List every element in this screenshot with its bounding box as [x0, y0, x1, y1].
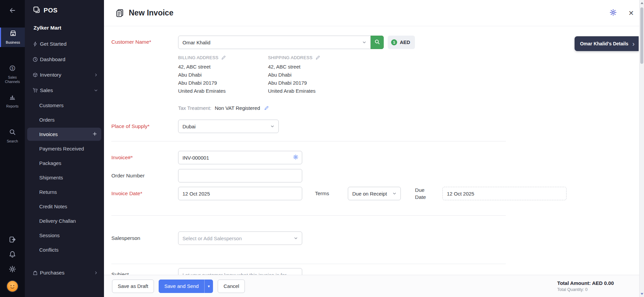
sidebar-item-credit-notes[interactable]: Credit Notes — [25, 199, 104, 214]
session-exit-icon[interactable] — [9, 236, 16, 243]
salesperson-select[interactable]: Select or Add Salesperson — [178, 231, 302, 245]
sidebar-item-label: Dashboard — [40, 56, 98, 62]
sidebar-item-sessions[interactable]: Sessions — [25, 228, 104, 243]
scroll-down-arrow-icon[interactable] — [641, 293, 643, 295]
customer-name-label: Customer Name* — [111, 36, 178, 45]
sidebar-item-label: Purchases — [40, 270, 94, 276]
sidebar-item-orders[interactable]: Orders — [25, 113, 104, 127]
rail-item-sales-channels[interactable]: $ Sales Channels — [0, 64, 25, 85]
section-divider — [111, 141, 506, 141]
sidebar-item-label: Credit Notes — [39, 204, 67, 209]
add-invoice-button[interactable] — [92, 131, 97, 137]
invoice-settings-gear-button[interactable] — [609, 9, 617, 17]
order-number-input[interactable] — [178, 169, 302, 182]
sidebar-item-sales[interactable]: Sales — [25, 83, 104, 98]
subject-input[interactable] — [178, 268, 302, 275]
address-line: United Arab Emirates — [178, 87, 268, 95]
invoice-doc-icon — [115, 9, 124, 17]
invoices-active-pill[interactable]: Invoices — [27, 128, 101, 141]
save-and-send-button[interactable]: Save and Send — [159, 280, 205, 293]
search-icon — [374, 39, 380, 46]
app-root: Business $ Sales Channels Reports Search — [0, 0, 644, 297]
tax-treatment-label: Tax Treatment: — [178, 105, 211, 111]
edit-shipping-address-icon[interactable] — [315, 55, 320, 60]
sidebar-item-get-started[interactable]: Get Started — [25, 36, 104, 52]
rail-item-reports[interactable]: Reports — [0, 91, 25, 111]
invoice-number-wrap — [178, 151, 302, 164]
sidebar-item-label: Invoices — [39, 131, 92, 137]
sidebar-item-conflicts[interactable]: Conflicts — [25, 243, 104, 257]
rail-item-label: Search — [7, 139, 18, 143]
sidebar-item-dashboard[interactable]: Dashboard — [25, 52, 104, 67]
salesperson-placeholder: Select or Add Salesperson — [182, 236, 242, 241]
place-of-supply-row: Place of Supply* Dubai — [111, 120, 644, 133]
customer-select[interactable]: Omar Khalid — [178, 36, 371, 49]
reports-icon — [9, 94, 16, 102]
sidebar-item-delivery-challan[interactable]: Delivery Challan — [25, 214, 104, 228]
rail-item-label: Sales Channels — [2, 75, 23, 84]
customer-search-button[interactable] — [370, 36, 384, 49]
close-icon: ✕ — [628, 9, 634, 17]
sidebar-item-label: Shipments — [39, 175, 63, 180]
save-and-send-dropdown-button[interactable]: ▾ — [204, 280, 213, 293]
settings-gear-icon[interactable] — [9, 265, 16, 273]
terms-value: Due on Receipt — [352, 191, 387, 197]
edit-tax-treatment-icon[interactable] — [264, 106, 269, 111]
customer-details-tab[interactable]: Omar Khalid's Details › — [575, 36, 639, 51]
sidebar-item-inventory[interactable]: Inventory — [25, 67, 104, 83]
sidebar-item-label: Customers — [39, 102, 64, 108]
gear-icon — [293, 154, 299, 161]
sidebar-item-label: Get Started — [40, 41, 98, 47]
due-date-input[interactable] — [442, 187, 567, 200]
customer-row: Customer Name* Omar Khalid $ — [111, 36, 644, 49]
invoice-date-label: Invoice Date* — [111, 190, 178, 197]
address-line: Abu Dhabi 20179 — [178, 79, 268, 87]
edit-billing-address-icon[interactable] — [221, 55, 226, 60]
save-as-draft-button[interactable]: Save as Draft — [112, 280, 154, 293]
invoice-number-label: Invoice#* — [111, 155, 178, 161]
place-of-supply-select[interactable]: Dubai — [178, 120, 279, 133]
cancel-button[interactable]: Cancel — [218, 280, 245, 293]
currency-badge[interactable]: $ AED — [388, 36, 415, 49]
salesperson-label: Salesperson — [111, 235, 178, 241]
gear-icon — [609, 9, 617, 17]
invoice-number-input[interactable] — [178, 151, 302, 164]
sidebar-item-shipments[interactable]: Shipments — [25, 170, 104, 185]
sidebar-item-returns[interactable]: Returns — [25, 185, 104, 199]
user-avatar[interactable] — [6, 280, 18, 292]
rail-item-business[interactable]: Business — [0, 28, 25, 47]
sidebar-item-label: Payments Received — [39, 146, 84, 152]
collapse-sidebar-button[interactable] — [6, 5, 19, 17]
customer-details-label: Omar Khalid's Details — [580, 41, 628, 46]
svg-text:$: $ — [11, 67, 13, 70]
invoice-number-settings-button[interactable] — [293, 154, 299, 161]
save-and-send-split-button: Save and Send ▾ — [159, 280, 213, 293]
plus-icon — [92, 131, 97, 137]
billing-address-lines: 42, ABC street Abu Dhabi Abu Dhabi 20179… — [178, 63, 268, 95]
sidebar-item-invoices[interactable]: Invoices — [25, 127, 104, 141]
page-scrollbar[interactable] — [639, 0, 644, 297]
chevron-right-icon: › — [632, 40, 635, 47]
tax-treatment-row: Tax Treatment: Non VAT Registered — [178, 105, 644, 111]
scrollbar-thumb[interactable] — [640, 7, 643, 64]
scroll-up-arrow-icon[interactable] — [641, 2, 643, 4]
sidebar: POS Zylker Mart Get Started Dashboard — [25, 0, 104, 297]
sidebar-item-label: Delivery Challan — [39, 218, 76, 224]
sidebar-item-purchases[interactable]: Purchases — [25, 265, 104, 281]
notifications-bell-icon[interactable] — [9, 251, 16, 258]
sidebar-item-payments-received[interactable]: Payments Received — [25, 141, 104, 156]
pos-logo-text: POS — [44, 7, 58, 14]
addresses-block: BILLING ADDRESS 42, ABC street Abu Dhabi… — [178, 55, 644, 95]
rail-bottom-icons — [6, 236, 18, 292]
sidebar-item-packages[interactable]: Packages — [25, 156, 104, 170]
chevron-down-icon — [294, 236, 298, 240]
customer-group: Omar Khalid $ AED — [178, 36, 415, 49]
due-date-label: Due Date — [415, 186, 430, 201]
rail-item-search[interactable]: Search — [0, 126, 25, 146]
close-button[interactable]: ✕ — [628, 10, 634, 16]
chevron-right-icon — [94, 73, 98, 77]
terms-select[interactable]: Due on Receipt — [348, 187, 401, 200]
chevron-down-icon — [362, 40, 366, 44]
invoice-date-input[interactable] — [178, 187, 302, 200]
sidebar-item-customers[interactable]: Customers — [25, 98, 104, 113]
